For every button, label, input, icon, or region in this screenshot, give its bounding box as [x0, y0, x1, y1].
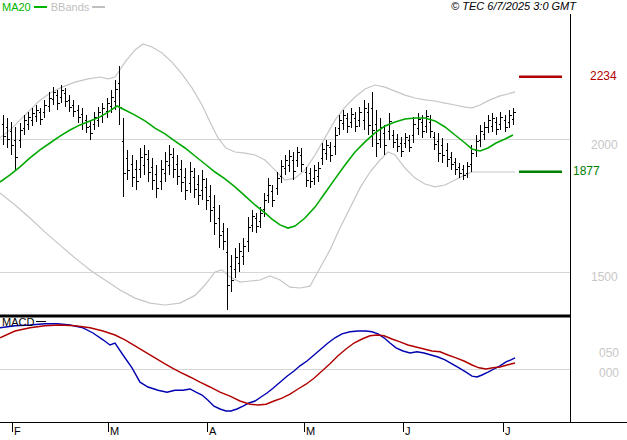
yaxis-label-1500: 1500	[591, 271, 618, 283]
legend-ma20-line-swatch	[34, 6, 47, 8]
month-label-F: F	[14, 425, 21, 437]
resistance-price-label: 2234	[590, 70, 617, 82]
macd-signal-line	[0, 325, 515, 405]
bb-upper-band-line	[0, 44, 515, 180]
macd-label-text: MACD	[2, 316, 34, 328]
legend-bbands-line-swatch	[92, 6, 105, 8]
yaxis-label-2000: 2000	[591, 139, 618, 151]
macd-panel-label: MACD	[2, 317, 46, 328]
month-label-A: A	[209, 425, 216, 437]
legend: MA20BBands	[2, 2, 109, 13]
legend-bbands-label: BBands	[51, 1, 90, 13]
legend-ma20-label: MA20	[2, 1, 31, 13]
macd-line	[0, 324, 515, 411]
stock-chart: MA20BBands © TEC 6/7/2025 3:0 GMT 2234 2…	[0, 0, 627, 440]
ohlc-bars	[2, 66, 516, 310]
chart-canvas	[0, 0, 627, 440]
macd-legend-line-swatch	[36, 321, 46, 322]
month-label-J: J	[405, 425, 411, 437]
ma20-line	[0, 106, 513, 228]
bb-lower-band-line	[0, 152, 515, 305]
month-label-M: M	[306, 425, 315, 437]
month-label-M: M	[110, 425, 119, 437]
month-label-J: J	[505, 425, 511, 437]
copyright-text: © TEC 6/7/2025 3:0 GMT	[451, 1, 576, 12]
support-price-label: 1877	[573, 165, 600, 177]
macd-axis-label-050: 050	[599, 347, 619, 359]
macd-axis-label-000: 000	[599, 367, 619, 379]
